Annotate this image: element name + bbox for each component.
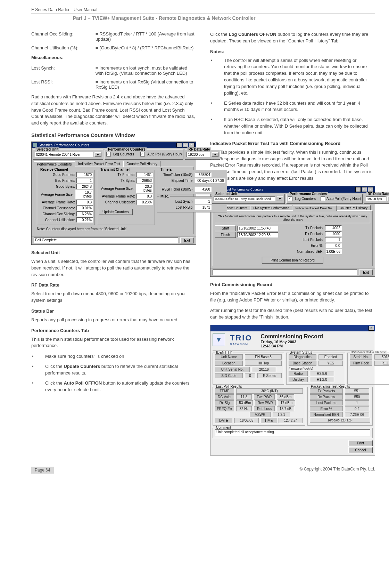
subhead-rf-rate: RF Data Rate bbox=[31, 282, 196, 289]
field-label: Base Station bbox=[289, 361, 316, 366]
dropdown-arrow-icon[interactable]: ▼ bbox=[277, 196, 283, 201]
comment-field[interactable]: Unit completed all acceptance testing. bbox=[215, 429, 370, 436]
para: When a unit is selected, the controller … bbox=[31, 258, 196, 278]
field-value: 1 bbox=[76, 178, 93, 183]
rf-rate-dropdown[interactable]: 19200 bps bbox=[187, 152, 210, 157]
tab-counter-poll-history[interactable]: Counter Poll History bbox=[337, 205, 371, 210]
log-counters-checkbox[interactable] bbox=[288, 196, 292, 201]
ipet-window: Statistical Performance Counters _ □ × S… bbox=[210, 186, 375, 277]
field-label: Error %: bbox=[294, 244, 324, 248]
selected-unit-dropdown[interactable]: 020043 Office to Ferny 450E Back Shed bbox=[214, 196, 275, 201]
status-text: Poll Complete bbox=[34, 237, 178, 243]
group-label: Selected Unit bbox=[35, 147, 59, 151]
rf-rate-dropdown[interactable]: 19200 bps bbox=[366, 196, 386, 201]
field-value: Hill Top bbox=[245, 361, 282, 366]
spc-window: Statistical Performance Counters _ □ × S… bbox=[31, 142, 196, 245]
field-label: Ret. Loss bbox=[254, 406, 275, 411]
field-label: Rx Packets bbox=[310, 394, 343, 400]
para: Reports any poll processing in progress … bbox=[31, 317, 196, 323]
field-label: Channel Occupancy: bbox=[39, 206, 75, 210]
finish-time: 15/10/2002 12:20:55 bbox=[237, 232, 278, 237]
field-value: 12:42:24 bbox=[279, 418, 303, 423]
copyright: © Copyright 2004 Trio DataCom Pty. Ltd. bbox=[300, 467, 375, 474]
field-label: DATE bbox=[215, 418, 232, 423]
field-label: Average Frame Rate: bbox=[39, 200, 75, 204]
field-label: RSSI Ticker (10mS): bbox=[159, 187, 193, 191]
auto-poll-checkbox[interactable] bbox=[321, 196, 325, 201]
field-value: 4268 bbox=[195, 187, 212, 192]
tab-ipet[interactable]: Indicative Packet Error Test bbox=[292, 206, 337, 211]
field-value: EH Base 3 bbox=[245, 354, 282, 360]
field-label: Radio bbox=[289, 371, 308, 376]
page-number: Page 64 bbox=[31, 467, 54, 474]
log-counters-checkbox[interactable] bbox=[106, 152, 111, 156]
maximize-button[interactable]: □ bbox=[362, 187, 367, 192]
subhead-pct: Performance Counters Tab bbox=[31, 328, 196, 334]
checkbox-label: Auto Poll (Every Hour) bbox=[147, 152, 182, 156]
field-label: Error % bbox=[310, 406, 343, 411]
auto-poll-checkbox[interactable] bbox=[140, 152, 145, 156]
tab-live-system[interactable]: Live System Performance bbox=[250, 205, 292, 210]
field-value: 1 bbox=[345, 400, 369, 405]
field-label: TEMP bbox=[215, 388, 234, 394]
list-item: Make sure "log counters" is checked on bbox=[31, 353, 196, 360]
field-label: Tx Bytes: bbox=[99, 179, 135, 183]
subhead-status-bar: Status Bar bbox=[31, 308, 196, 315]
finish-button[interactable]: Finish bbox=[215, 232, 236, 238]
field-value: 551 bbox=[345, 388, 369, 394]
fw-pack-label: Firmware Pack(s) bbox=[289, 367, 343, 370]
def-value: = RSSIgoodTicker / RTT * 100 (Average fr… bbox=[96, 31, 196, 42]
tab-ipet[interactable]: Indicative Packet Error Test bbox=[75, 161, 124, 167]
commissioning-window: × ▼ TRIO DATACOM Commissioning Record Fr… bbox=[210, 325, 375, 456]
list-item: E Series data radios have 32 bit counter… bbox=[210, 100, 375, 113]
field-label: Rev PWR bbox=[255, 400, 276, 405]
minimize-button[interactable]: _ bbox=[355, 187, 361, 192]
field-value: 4002 bbox=[325, 225, 342, 231]
field-label: Rx Sig bbox=[215, 400, 234, 405]
checkbox-label: Log Counters bbox=[113, 152, 134, 156]
dropdown-arrow-icon[interactable]: ▼ bbox=[212, 152, 218, 157]
list-item: Click the Auto Poll OFF/ON button to aut… bbox=[31, 380, 196, 393]
minimize-button[interactable]: _ bbox=[176, 143, 182, 147]
selected-unit-dropdown[interactable]: 020041 Remote 20041 River bbox=[35, 152, 93, 157]
group-label: Packet Error Test Results bbox=[310, 385, 351, 388]
field-label: FREQ Err bbox=[215, 406, 234, 411]
field-label: Unit Serial No. bbox=[215, 367, 250, 372]
trio-logo-icon: ▼ bbox=[213, 333, 225, 346]
field-value: 0.21% bbox=[76, 217, 93, 223]
right-column: Click the Log Counters OFF/ON button to … bbox=[210, 31, 375, 460]
field-label: TimeTicker (10mS): bbox=[159, 173, 193, 177]
field-value: 17 dBm bbox=[278, 400, 295, 405]
maximize-button[interactable]: □ bbox=[183, 143, 188, 147]
para: Click the Log Counters OFF/ON button to … bbox=[210, 31, 375, 45]
dropdown-arrow-icon[interactable]: ▼ bbox=[387, 196, 389, 201]
group-label: Comment bbox=[215, 426, 232, 429]
close-button[interactable]: × bbox=[368, 187, 373, 192]
close-button[interactable]: × bbox=[369, 326, 374, 331]
update-counters-button[interactable]: Update Counters bbox=[99, 209, 133, 215]
window-title: Statistical Performance Counters bbox=[39, 143, 89, 147]
exit-button[interactable]: Exit bbox=[180, 237, 194, 243]
start-button[interactable]: Start bbox=[215, 225, 236, 231]
dropdown-arrow-icon[interactable]: ▼ bbox=[94, 152, 101, 157]
tab-counter-poll-history[interactable]: Counter Poll History bbox=[123, 161, 160, 167]
tab-perf-counters[interactable]: Performance Counters bbox=[34, 161, 75, 167]
status-text bbox=[213, 269, 357, 275]
field-value: 1 bbox=[195, 199, 212, 204]
brand-name: TRIO bbox=[230, 333, 253, 343]
start-time: 15/10/2002 11:58:40 bbox=[237, 226, 278, 231]
section-spc-window: Statistical Performance Counters Window bbox=[31, 132, 196, 138]
field-value: 1 bbox=[325, 237, 342, 242]
field-value: 0.2 bbox=[345, 406, 369, 411]
cr-date: Friday, 16 May 2003 bbox=[261, 340, 323, 344]
app-icon bbox=[33, 143, 37, 147]
field-label: Lost Packets: bbox=[294, 238, 324, 242]
close-button[interactable]: × bbox=[189, 143, 194, 147]
field-value: 4000 bbox=[325, 231, 342, 236]
def-term: Channel Occ Sliding: bbox=[31, 31, 92, 42]
print-commissioning-button[interactable]: Print Commissioning Record bbox=[262, 257, 323, 264]
exit-button[interactable]: Exit bbox=[359, 269, 373, 275]
field-value: 29653 bbox=[136, 178, 153, 183]
print-button[interactable]: Print bbox=[348, 440, 373, 446]
cancel-button[interactable]: Cancel bbox=[348, 447, 373, 453]
